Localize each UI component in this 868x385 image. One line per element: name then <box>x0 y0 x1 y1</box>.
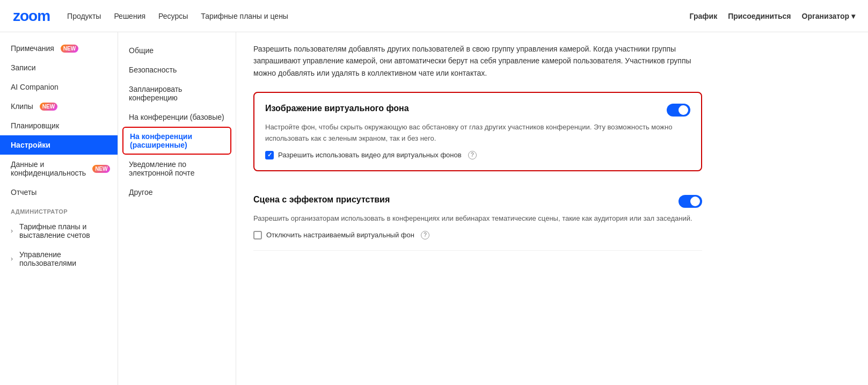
mid-nav-meeting-basic[interactable]: На конференции (базовые) <box>118 107 236 127</box>
zoom-logo[interactable]: zoom <box>13 8 50 25</box>
sidebar-item-billing[interactable]: › Тарифные планы и выставление счетов <box>0 217 118 245</box>
sidebar-item-notes[interactable]: Примечания NEW <box>0 39 118 58</box>
privacy-badge: NEW <box>92 165 110 173</box>
sidebar-item-clips[interactable]: Клипы NEW <box>0 97 118 116</box>
mid-nav-general[interactable]: Общие <box>118 41 236 60</box>
virtual-bg-help-icon[interactable]: ? <box>468 151 477 159</box>
nav-products[interactable]: Продукты <box>67 12 101 20</box>
virtual-bg-checkbox[interactable] <box>265 151 274 159</box>
presence-scene-info-icon[interactable]: ? <box>421 231 429 239</box>
toggle-slider-2 <box>679 195 702 208</box>
mid-nav-security[interactable]: Безопасность <box>118 60 236 79</box>
presence-scene-checkbox-row: Отключить настраиваемый виртуальный фон … <box>253 231 702 239</box>
sidebar-item-reports[interactable]: Отчеты <box>0 183 118 202</box>
mid-navigation: Общие Безопасность Запланировать конфере… <box>118 32 236 385</box>
mid-nav-schedule[interactable]: Запланировать конференцию <box>118 79 236 107</box>
virtual-bg-desc: Настройте фон, чтобы скрыть окружающую в… <box>265 122 690 144</box>
admin-section-label: АДМИНИСТРАТОР <box>0 202 118 217</box>
sidebar-item-user-management[interactable]: › Управление пользователями <box>0 245 118 273</box>
virtual-bg-checkbox-row: Разрешить использовать видео для виртуал… <box>265 151 690 159</box>
nav-schedule[interactable]: График <box>690 12 718 20</box>
nav-right: График Присоединиться Организатор ▾ <box>690 12 855 20</box>
nav-join[interactable]: Присоединиться <box>728 12 791 20</box>
presence-scene-desc: Разрешить организаторам использовать в к… <box>253 213 702 224</box>
presence-scene-header: Сцена с эффектом присутствия <box>253 195 702 208</box>
chevron-down-icon: ▾ <box>851 12 855 20</box>
virtual-bg-toggle[interactable] <box>667 104 690 117</box>
arrow-icon: › <box>11 255 13 263</box>
top-description: Разрешить пользователям добавлять других… <box>253 43 702 79</box>
main-content: Разрешить пользователям добавлять других… <box>236 32 868 385</box>
virtual-bg-card: Изображение виртуального фона Настройте … <box>253 92 702 171</box>
toggle-slider <box>667 104 690 117</box>
arrow-icon: › <box>11 227 13 235</box>
mid-nav-meeting-advanced[interactable]: На конференции (расширенные) <box>122 127 231 155</box>
presence-scene-checkbox-label: Отключить настраиваемый виртуальный фон <box>266 231 414 239</box>
sidebar-item-ai-companion[interactable]: AI Companion <box>0 77 118 97</box>
nav-resources[interactable]: Ресурсы <box>158 12 188 20</box>
virtual-bg-header: Изображение виртуального фона <box>265 104 690 117</box>
left-sidebar: Примечания NEW Записи AI Companion Клипы… <box>0 32 118 385</box>
sidebar-item-privacy[interactable]: Данные и конфиденциальность NEW <box>0 155 118 183</box>
mid-nav-other[interactable]: Другое <box>118 183 236 202</box>
main-layout: Примечания NEW Записи AI Companion Клипы… <box>0 32 868 385</box>
clips-badge: NEW <box>40 103 57 111</box>
presence-scene-card: Сцена с эффектом присутствия Разрешить о… <box>253 184 702 251</box>
nav-pricing[interactable]: Тарифные планы и цены <box>201 12 288 20</box>
nav-links: Продукты Решения Ресурсы Тарифные планы … <box>67 12 288 20</box>
top-navigation: zoom Продукты Решения Ресурсы Тарифные п… <box>0 0 868 32</box>
virtual-bg-title: Изображение виртуального фона <box>265 104 409 113</box>
sidebar-item-recordings[interactable]: Записи <box>0 58 118 77</box>
presence-scene-checkbox[interactable] <box>253 231 262 239</box>
notes-badge: NEW <box>61 45 78 53</box>
content-inner: Разрешить пользователям добавлять других… <box>236 32 719 261</box>
nav-organizer[interactable]: Организатор ▾ <box>802 12 855 20</box>
presence-scene-title: Сцена с эффектом присутствия <box>253 195 390 205</box>
virtual-bg-checkbox-label: Разрешить использовать видео для виртуал… <box>278 151 462 159</box>
presence-scene-toggle[interactable] <box>679 195 702 208</box>
nav-left: zoom Продукты Решения Ресурсы Тарифные п… <box>13 8 288 25</box>
mid-nav-email-notif[interactable]: Уведомление по электронной почте <box>118 155 236 183</box>
nav-solutions[interactable]: Решения <box>114 12 145 20</box>
sidebar-item-settings[interactable]: Настройки <box>0 135 118 155</box>
sidebar-item-scheduler[interactable]: Планировщик <box>0 116 118 135</box>
